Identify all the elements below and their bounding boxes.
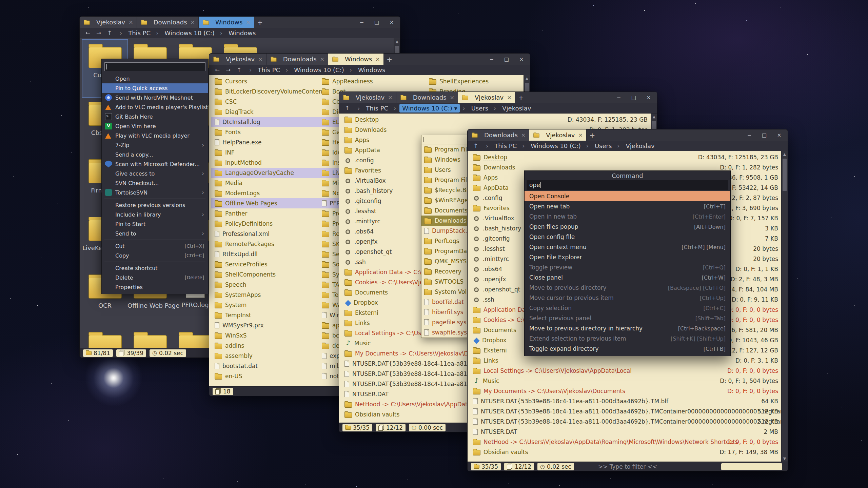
file-row[interactable]: My Documents -> C:\Users\Vjekoslav\Docum…: [470, 386, 782, 396]
file-row[interactable]: RtlExUpd.dll: [211, 249, 318, 259]
tab[interactable]: Vjekoslav ×: [339, 92, 396, 103]
context-menu-item[interactable]: Pin to Quick access: [102, 83, 208, 93]
context-menu-item[interactable]: Cut [Ctrl+X]: [102, 241, 208, 251]
breadcrumb-item[interactable]: Windows: [347, 66, 388, 74]
tab[interactable]: Windows ×: [328, 54, 384, 65]
file-icon-cell[interactable]: [127, 328, 173, 348]
file-row[interactable]: Speech: [211, 280, 318, 290]
context-menu-item[interactable]: TortoiseSVN ›: [102, 188, 208, 197]
scroll-up-icon[interactable]: ▲: [651, 114, 657, 120]
file-row[interactable]: AppReadiness: [318, 76, 426, 86]
palette-item[interactable]: Open context menu [Ctrl+M] [Menu]: [525, 242, 730, 252]
close-button[interactable]: ×: [642, 93, 656, 102]
tab-close-icon[interactable]: ×: [258, 56, 262, 62]
tab-close-icon[interactable]: ×: [191, 19, 195, 25]
file-row[interactable]: Cursors: [211, 76, 318, 86]
file-row[interactable]: Links D: 0, F: 3, 1 KB: [470, 355, 782, 366]
file-row[interactable]: Professional.xml: [211, 229, 318, 239]
context-menu-item[interactable]: Include in library ›: [102, 210, 208, 219]
breadcrumb-item[interactable]: This PC: [483, 142, 519, 150]
palette-item[interactable]: Open files popup [Alt+Down]: [525, 222, 730, 232]
context-menu-item[interactable]: Git Bash Here: [102, 112, 208, 121]
back-button[interactable]: ←: [212, 66, 223, 74]
file-row[interactable]: ModemLogs: [211, 188, 318, 198]
filter-input[interactable]: [721, 463, 782, 470]
up-button[interactable]: ↑: [470, 142, 481, 150]
palette-item[interactable]: Open config file: [525, 232, 730, 242]
file-row[interactable]: NTUSER.DAT{53b39e88-18c4-11ea-a811-000d3…: [470, 406, 782, 416]
file-row[interactable]: Desktop D: 43034, F: 125185, 23 GB: [341, 115, 651, 125]
breadcrumb-item[interactable]: Users: [584, 142, 615, 150]
file-row[interactable]: Offline Web Pages: [211, 198, 318, 208]
file-row[interactable]: Desktop D: 43034, F: 125185, 23 GB: [470, 152, 782, 162]
context-menu-item[interactable]: SVN Checkout...: [102, 178, 208, 188]
file-row[interactable]: CSC: [211, 97, 318, 107]
context-menu-item[interactable]: Play with VLC media player: [102, 131, 208, 140]
breadcrumb-item[interactable]: Windows 10 (C:): [519, 142, 584, 150]
minimize-button[interactable]: −: [742, 130, 756, 140]
context-menu-item[interactable]: Add to VLC media player's Playlist: [102, 102, 208, 112]
file-row[interactable]: DtcInstall.log: [211, 117, 318, 127]
file-row[interactable]: TempInst: [211, 310, 318, 320]
palette-item[interactable]: Copy selection [Ctrl+C]: [525, 303, 730, 313]
scrollbar[interactable]: ▲ ▼: [781, 151, 788, 462]
tab[interactable]: Downloads ×: [267, 54, 328, 65]
file-row[interactable]: INF: [211, 147, 318, 158]
tab-close-icon[interactable]: ×: [521, 132, 526, 138]
tab-close-icon[interactable]: ×: [507, 94, 511, 101]
back-button[interactable]: ←: [82, 29, 93, 37]
breadcrumb-item[interactable]: Windows 10 (C:): [283, 66, 347, 74]
tab[interactable]: Downloads ×: [396, 92, 458, 103]
file-row[interactable]: Panther: [211, 208, 318, 219]
breadcrumb-item[interactable]: Vjekoslav: [491, 104, 534, 113]
breadcrumb-item[interactable]: Windows 10 (C:) ▾: [391, 104, 460, 113]
context-menu-item[interactable]: Send a copy...: [102, 150, 208, 159]
palette-item[interactable]: Open new tab [Ctrl+T]: [525, 201, 730, 211]
file-row[interactable]: Fonts: [211, 127, 318, 137]
file-row[interactable]: bootstat.dat: [211, 361, 318, 371]
context-menu-item[interactable]: [102, 238, 208, 241]
rename-input[interactable]: [104, 62, 205, 71]
up-button[interactable]: ↑: [342, 104, 353, 112]
new-tab-button[interactable]: +: [587, 129, 598, 141]
file-row[interactable]: Music D: 0, F: 1, 504 bytes: [470, 376, 782, 386]
palette-item[interactable]: Toggle expand directory [Ctrl+B]: [525, 344, 730, 354]
close-button[interactable]: ×: [514, 55, 529, 64]
file-row[interactable]: PolicyDefinitions: [211, 219, 318, 229]
close-button[interactable]: ×: [772, 130, 786, 140]
breadcrumb-item[interactable]: Vjekoslav: [614, 142, 657, 150]
file-row[interactable]: NTUSER.DAT 2 MB: [470, 427, 782, 437]
file-row[interactable]: addins: [211, 341, 318, 351]
tab-close-icon[interactable]: ×: [450, 94, 454, 101]
tab-close-icon[interactable]: ×: [388, 94, 392, 101]
file-row[interactable]: DiagTrack: [211, 107, 318, 117]
palette-item[interactable]: Move to previous directory [Backspace] […: [525, 283, 730, 293]
file-row[interactable]: Media: [211, 178, 318, 188]
breadcrumb-item[interactable]: This PC: [355, 104, 391, 113]
file-row[interactable]: InputMethod: [211, 158, 318, 168]
tab[interactable]: Windows ×: [199, 17, 254, 28]
palette-item[interactable]: Extend selection to previous item [Shift…: [525, 333, 730, 344]
scroll-thumb[interactable]: [783, 159, 787, 191]
palette-search-input[interactable]: ope: [527, 180, 728, 190]
file-row[interactable]: NTUSER.DAT{53b39e88-18c4-11ea-a811-000d3…: [470, 396, 782, 406]
context-menu-item[interactable]: Properties: [102, 282, 208, 292]
tab[interactable]: Vjekoslav ×: [529, 129, 587, 141]
breadcrumb-item[interactable]: Windows: [217, 29, 259, 37]
file-row[interactable]: HelpPane.exe: [211, 137, 318, 147]
context-menu-item[interactable]: Delete [Delete]: [102, 273, 208, 282]
up-button[interactable]: ↑: [104, 29, 115, 37]
tab-close-icon[interactable]: ×: [246, 19, 250, 25]
context-menu-item[interactable]: [102, 197, 208, 200]
maximize-button[interactable]: □: [499, 55, 514, 64]
scroll-down-icon[interactable]: ▼: [782, 455, 788, 462]
close-button[interactable]: ×: [384, 18, 399, 27]
palette-item[interactable]: Toggle preview [Ctrl+Q]: [525, 262, 730, 272]
context-menu-item[interactable]: Open Vim here: [102, 121, 208, 131]
file-row[interactable]: NetHood -> C:\Users\Vjekoslav\AppData\Ro…: [470, 437, 782, 447]
breadcrumb-item[interactable]: This PC: [117, 29, 153, 37]
breadcrumb-item[interactable]: This PC: [246, 66, 283, 74]
context-menu-item[interactable]: Send with NordVPN Meshnet: [102, 93, 208, 102]
maximize-button[interactable]: □: [370, 18, 384, 27]
breadcrumb-item[interactable]: Windows 10 (C:): [153, 29, 217, 37]
